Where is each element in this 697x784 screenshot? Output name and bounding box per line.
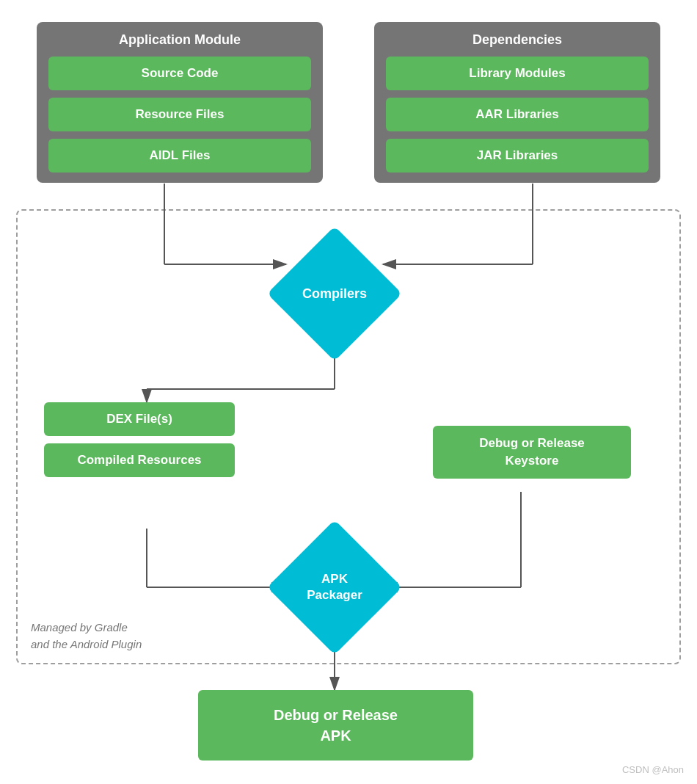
- dex-files-wrapper: DEX File(s) Compiled Resources: [44, 402, 235, 477]
- dex-files-btn: DEX File(s): [44, 402, 235, 436]
- dependencies-box: Dependencies Library Modules AAR Librari…: [374, 22, 660, 183]
- resource-files-btn: Resource Files: [48, 98, 311, 131]
- top-section: Application Module Source Code Resource …: [15, 22, 682, 183]
- gradle-label: Managed by Gradleand the Android Plugin: [31, 620, 142, 653]
- diagram-container: Application Module Source Code Resource …: [0, 0, 697, 784]
- compilers-label: Compilers: [302, 286, 367, 302]
- app-module-title: Application Module: [48, 32, 311, 48]
- final-apk-wrapper: Debug or ReleaseAPK: [198, 690, 473, 761]
- jar-libraries-btn: JAR Libraries: [386, 139, 649, 173]
- compilers-diamond-wrapper: Compilers: [287, 246, 382, 341]
- watermark: CSDN @Ahon: [622, 764, 684, 775]
- source-code-btn: Source Code: [48, 57, 311, 90]
- keystore-wrapper: Debug or ReleaseKeystore: [433, 426, 631, 479]
- library-modules-btn: Library Modules: [386, 57, 649, 90]
- dependencies-title: Dependencies: [386, 32, 649, 48]
- keystore-btn: Debug or ReleaseKeystore: [433, 426, 631, 479]
- apk-packager-diamond-wrapper: APKPackager: [287, 540, 382, 635]
- aidl-files-btn: AIDL Files: [48, 139, 311, 173]
- apk-packager-label: APKPackager: [307, 571, 362, 603]
- compiled-resources-btn: Compiled Resources: [44, 443, 235, 477]
- final-apk-btn: Debug or ReleaseAPK: [198, 690, 473, 761]
- aar-libraries-btn: AAR Libraries: [386, 98, 649, 131]
- application-module-box: Application Module Source Code Resource …: [37, 22, 323, 183]
